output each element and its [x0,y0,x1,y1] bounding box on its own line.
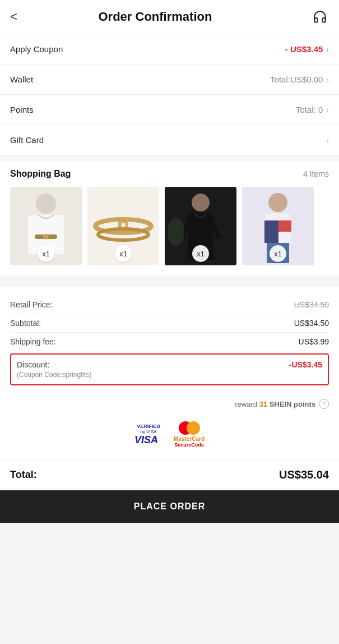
total-label: Total: [10,469,37,481]
qty-badge-2: x1 [115,245,132,262]
subtotal-row: Subtotal: US$34.50 [10,314,329,333]
qty-badge-4: x1 [270,245,286,262]
header: < Order Confirmation [0,0,339,34]
mc-brand-text: MasterCard [174,436,205,442]
bag-title: Shopping Bag [10,169,71,179]
discount-label: Discount: [17,360,91,369]
product-thumb-2[interactable]: x1 [87,187,159,265]
discount-label-block: Discount: (Coupon Code:springfits) [17,360,91,379]
visa-verified-logo: VERIFIED by VISA VISA [134,424,162,445]
total-bar: Total: US$35.04 [0,459,339,490]
svg-point-1 [36,194,56,214]
svg-point-4 [43,234,49,240]
shipping-label: Shipping fee: [10,337,56,346]
coupon-value-group: - US$3.45 › [285,44,329,54]
shipping-row: Shipping fee: US$3.99 [10,333,329,351]
qty-badge-1: x1 [38,245,54,262]
points-chevron: › [326,105,329,114]
info-icon[interactable]: ? [319,399,329,409]
gift-card-row[interactable]: Gift Card › [0,125,339,155]
mastercard-logo: MasterCard SecureCode [174,421,205,448]
subtotal-label: Subtotal: [10,319,41,328]
wallet-row[interactable]: Wallet Total:US$0.00 › [0,65,339,95]
svg-point-11 [192,194,210,211]
svg-rect-16 [278,220,291,232]
product-thumb-1[interactable]: x1 [10,187,82,265]
product-images: x1 x1 [10,187,329,265]
payment-logos: VERIFIED by VISA VISA MasterCard SecureC… [0,412,339,459]
svg-point-14 [268,193,287,212]
svg-point-12 [168,218,184,246]
discount-value: -US$3.45 [289,360,322,369]
wallet-label: Wallet [10,75,33,84]
wallet-value-group: Total:US$0.00 › [270,75,329,84]
shopping-bag-header: Shopping Bag 4 Items [10,169,329,179]
by-visa-text: by VISA [141,429,157,434]
retail-label: Retail Price: [10,300,52,309]
gift-card-label: Gift Card [10,135,44,145]
coupon-code-text: (Coupon Code:springfits) [17,371,91,379]
section-gap-2 [0,275,339,281]
page-title: Order Confirmation [0,10,311,24]
bag-items-count: 4 Items [303,169,329,178]
place-order-button[interactable]: PLACE ORDER [0,490,339,523]
headset-icon[interactable] [311,8,329,26]
product-thumb-4[interactable]: x1 [242,187,314,265]
retail-price-row: Retail Price: US$34.50 [10,296,329,314]
mc-securecode-text: SecureCode [174,442,204,448]
mc-circles [179,421,200,435]
total-value: US$35.04 [279,468,329,481]
points-value-group: Total: 0 › [296,105,329,114]
points-value: Total: 0 [296,105,323,114]
svg-rect-17 [278,232,291,243]
shipping-value: US$3.99 [299,337,329,346]
coupon-value: - US$3.45 [285,44,323,54]
subtotal-value: US$34.50 [294,319,329,328]
coupon-chevron: › [326,45,329,54]
svg-text:VISA: VISA [134,434,158,445]
section-gap-1 [0,155,339,161]
reward-row: reward 31 SHEIN points ? [0,393,339,412]
qty-badge-3: x1 [192,245,209,262]
points-label: Points [10,105,34,114]
wallet-value: Total:US$0.00 [270,75,323,84]
verified-by-text: VERIFIED [137,424,160,429]
svg-rect-15 [264,220,278,243]
shopping-bag-section: Shopping Bag 4 Items x1 [0,161,339,275]
discount-inner: Discount: (Coupon Code:springfits) -US$3… [17,360,322,379]
reward-text: reward 31 SHEIN points [235,400,315,408]
wallet-chevron: › [326,75,329,84]
gift-card-chevron: › [326,136,329,145]
reward-brand: SHEIN points [270,400,315,408]
reward-points-value: 31 [259,400,267,408]
product-thumb-3[interactable]: x1 [165,187,236,265]
discount-row: Discount: (Coupon Code:springfits) -US$3… [10,353,329,385]
retail-value: US$34.50 [294,300,329,309]
coupon-label: Apply Coupon [10,44,63,54]
mc-orange-circle [187,421,200,435]
points-row[interactable]: Points Total: 0 › [0,95,339,125]
price-section: Retail Price: US$34.50 Subtotal: US$34.5… [0,287,339,393]
apply-coupon-row[interactable]: Apply Coupon - US$3.45 › [0,34,339,65]
gift-card-value-group: › [326,136,329,145]
